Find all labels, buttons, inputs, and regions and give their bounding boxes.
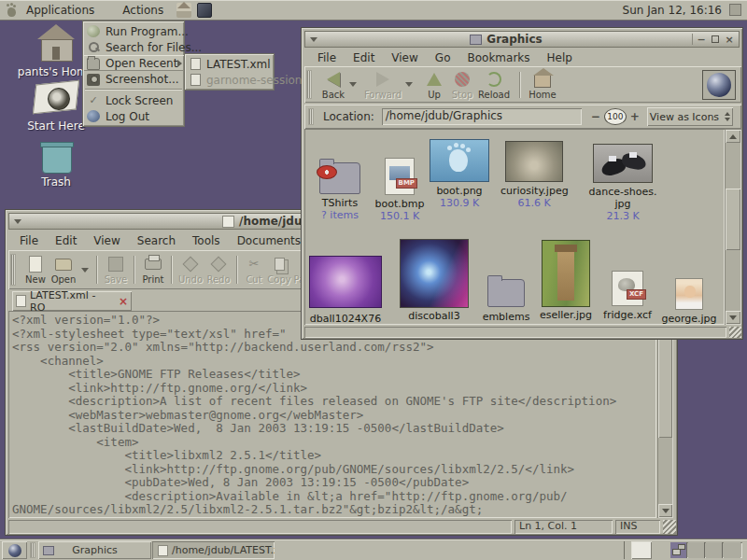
- home-button[interactable]: Home: [529, 70, 557, 100]
- minimize-icon[interactable]: −: [696, 34, 707, 45]
- gedit-menu-view[interactable]: View: [85, 232, 128, 249]
- workspace-switcher[interactable]: [670, 542, 742, 558]
- zoom-level-indicator[interactable]: 100: [604, 108, 627, 125]
- forward-history-dropdown-icon[interactable]: [405, 82, 413, 87]
- nautilus-titlebar[interactable]: Graphics − ×: [304, 31, 740, 48]
- menu-item-log-out[interactable]: Log Out: [83, 108, 184, 124]
- throbber-sphere-icon: [707, 73, 731, 97]
- actions-menu[interactable]: Actions: [115, 1, 171, 20]
- menu-item-lock-screen[interactable]: ✓ Lock Screen: [83, 92, 184, 108]
- gedit-new-button[interactable]: New: [21, 255, 49, 285]
- gedit-menu-documents[interactable]: Documents: [229, 232, 309, 249]
- back-button[interactable]: Back: [319, 70, 347, 100]
- screenshot-launcher-icon[interactable]: [197, 3, 212, 18]
- nautilus-vertical-scrollbar[interactable]: [725, 129, 741, 325]
- nautilus-menu-bookmarks[interactable]: Bookmarks: [458, 49, 538, 66]
- insert-mode-status: INS: [615, 520, 660, 534]
- location-bar-handle[interactable]: [308, 108, 314, 125]
- file-dball1024x76[interactable]: dball1024X76: [306, 256, 385, 325]
- gedit-tab-latest-xml[interactable]: LATEST.xml - RO ×: [12, 291, 132, 311]
- code-line: <rss version="2.0" xmlns="http://backend…: [12, 341, 656, 355]
- applications-menu[interactable]: Applications: [19, 1, 102, 20]
- workspace-2[interactable]: [688, 542, 705, 558]
- gedit-menu-edit[interactable]: Edit: [47, 232, 85, 249]
- nautilus-menu-edit[interactable]: Edit: [345, 49, 383, 66]
- gnome-foot-icon[interactable]: [6, 3, 19, 18]
- gedit-scrollbar-thumb[interactable]: [658, 326, 672, 438]
- file-eseller-jpg[interactable]: eseller.jpg: [535, 240, 597, 321]
- tab-close-icon[interactable]: ×: [119, 295, 128, 308]
- taskbar-button-latest-xml[interactable]: /home/jdub/LATEST.xml: [152, 541, 275, 559]
- nautilus-menu-view[interactable]: View: [383, 49, 426, 66]
- workspace-1-active[interactable]: [670, 542, 687, 558]
- reload-button[interactable]: Reload: [476, 70, 512, 100]
- file-george-jpg[interactable]: george.jpg: [660, 278, 718, 325]
- nautilus-toolbar-handle[interactable]: [306, 70, 312, 99]
- panel-applet-handle[interactable]: [631, 541, 652, 559]
- gedit-cut-button[interactable]: ✂ Cut: [242, 255, 266, 285]
- gedit-redo-button[interactable]: Redo: [204, 255, 233, 285]
- gedit-open-button[interactable]: Open: [49, 255, 78, 285]
- taskbar-button-graphics[interactable]: Graphics: [38, 541, 151, 559]
- open-recent-dropdown-icon[interactable]: [81, 268, 89, 273]
- nautilus-resize-grip[interactable]: [729, 327, 741, 338]
- gedit-vertical-scrollbar[interactable]: [657, 311, 673, 518]
- gedit-menu-search[interactable]: Search: [129, 232, 184, 249]
- scroll-up-icon[interactable]: [726, 130, 740, 143]
- file-dance-shoes-jpg[interactable]: dance-shoes. jpg 21.3 K: [582, 144, 664, 222]
- nautilus-menubar: File Edit View Go Bookmarks Help: [309, 49, 581, 65]
- gedit-menu-tools[interactable]: Tools: [184, 232, 229, 249]
- file-boot-bmp[interactable]: BMP boot.bmp 150.1 K: [370, 158, 430, 222]
- scroll-down-icon[interactable]: [658, 504, 672, 517]
- gedit-undo-button[interactable]: Undo: [176, 255, 204, 285]
- start-here-icon: [33, 80, 79, 116]
- nautilus-menu-go[interactable]: Go: [427, 49, 459, 66]
- menu-item-run-program[interactable]: Run Program...: [83, 23, 184, 39]
- zoom-out-icon[interactable]: −: [589, 110, 602, 123]
- location-input[interactable]: /home/jdub/Graphics: [382, 108, 582, 125]
- menu-item-recent-garnome-session[interactable]: garnome-session: [185, 72, 274, 88]
- view-mode-select[interactable]: View as Icons: [647, 107, 733, 126]
- forward-button[interactable]: Forward: [362, 70, 403, 100]
- file-boot-png[interactable]: boot.png 130.9 K: [427, 139, 492, 209]
- tasklist-handle[interactable]: [30, 542, 35, 558]
- desktop-icon-trash[interactable]: Trash: [5, 140, 107, 189]
- scroll-down-icon[interactable]: [726, 311, 740, 324]
- close-icon[interactable]: ×: [724, 34, 735, 45]
- gedit-toolbar-handle[interactable]: [10, 254, 16, 286]
- print-icon: [145, 259, 162, 270]
- gedit-menu-file[interactable]: File: [11, 232, 47, 249]
- home-launcher-icon[interactable]: [176, 3, 191, 18]
- maximize-icon[interactable]: [710, 34, 721, 45]
- gedit-resize-grip[interactable]: [663, 520, 676, 534]
- file-discoball3[interactable]: discoball3: [395, 239, 473, 322]
- reload-icon: [486, 72, 501, 87]
- nautilus-icon-view[interactable]: TShirts ? items BMP boot.bmp 150.1 K boo…: [304, 129, 725, 325]
- nautilus-window-menu-button[interactable]: [307, 33, 320, 46]
- menu-item-search-for-files[interactable]: Search for Files...: [83, 39, 184, 55]
- gedit-copy-button[interactable]: Copy: [266, 255, 292, 285]
- panel-launcher-button[interactable]: [2, 541, 27, 559]
- nautilus-menu-file[interactable]: File: [309, 49, 345, 66]
- workspace-3[interactable]: [706, 542, 723, 558]
- gedit-text-area[interactable]: <?xml version="1.0"?> <?xml-stylesheet t…: [8, 311, 656, 518]
- gedit-print-button[interactable]: Print: [139, 255, 167, 285]
- panel-applet-icon[interactable]: [729, 4, 741, 16]
- up-button[interactable]: Up: [420, 70, 448, 100]
- gedit-save-button[interactable]: Save: [102, 255, 130, 285]
- nautilus-menu-help[interactable]: Help: [539, 49, 581, 66]
- menu-item-recent-latest-xml[interactable]: LATEST.xml: [185, 56, 274, 72]
- menu-item-screenshot[interactable]: Screenshot...: [83, 71, 184, 87]
- zoom-in-icon[interactable]: +: [628, 110, 641, 123]
- clock[interactable]: Sun Jan 12, 16:16: [623, 4, 727, 17]
- workspace-4[interactable]: [724, 542, 740, 558]
- menu-item-open-recent[interactable]: Open Recent: [83, 55, 184, 71]
- file-curiosity-jpeg[interactable]: curiosity.jpeg 61.6 K: [500, 141, 568, 209]
- back-history-dropdown-icon[interactable]: [349, 82, 357, 87]
- file-emblems[interactable]: emblems: [476, 274, 536, 323]
- nautilus-scrollbar-thumb[interactable]: [726, 189, 740, 250]
- file-fridge-xcf[interactable]: XCF fridge.xcf: [598, 271, 657, 321]
- file-tshirts[interactable]: TShirts ? items: [310, 158, 370, 221]
- gedit-window-menu-button[interactable]: [11, 215, 24, 228]
- stop-button[interactable]: Stop: [448, 70, 476, 100]
